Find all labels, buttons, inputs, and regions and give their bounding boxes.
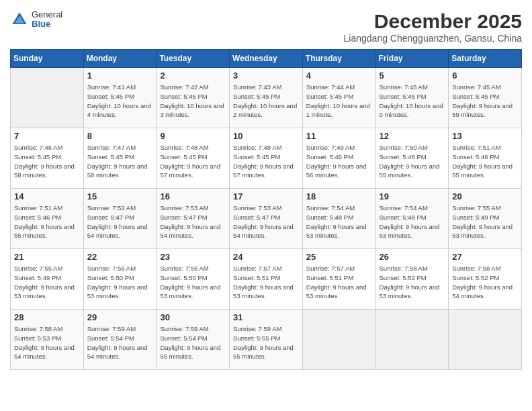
calendar-cell: 26Sunrise: 7:58 AMSunset: 5:52 PMDayligh… bbox=[375, 249, 449, 310]
day-info: Sunrise: 7:54 AMSunset: 5:48 PMDaylight:… bbox=[380, 203, 445, 240]
calendar-cell: 30Sunrise: 7:59 AMSunset: 5:54 PMDayligh… bbox=[157, 310, 230, 370]
day-number: 15 bbox=[87, 191, 153, 201]
day-number: 18 bbox=[306, 191, 372, 201]
day-number: 7 bbox=[14, 131, 80, 141]
calendar-cell: 8Sunrise: 7:47 AMSunset: 5:45 PMDaylight… bbox=[83, 128, 157, 189]
day-info: Sunrise: 7:51 AMSunset: 5:46 PMDaylight:… bbox=[14, 203, 80, 240]
logo-blue-text: Blue bbox=[32, 19, 62, 29]
day-number: 25 bbox=[306, 252, 372, 262]
day-number: 4 bbox=[306, 71, 372, 81]
weekday-header: Wednesday bbox=[230, 50, 303, 68]
calendar-cell: 7Sunrise: 7:46 AMSunset: 5:45 PMDaylight… bbox=[11, 128, 84, 189]
day-number: 24 bbox=[233, 252, 299, 262]
day-info: Sunrise: 7:44 AMSunset: 5:45 PMDaylight:… bbox=[306, 83, 372, 120]
day-info: Sunrise: 7:51 AMSunset: 5:46 PMDaylight:… bbox=[452, 143, 518, 180]
logo-text: General Blue bbox=[32, 10, 62, 30]
day-number: 31 bbox=[233, 312, 299, 322]
calendar-table: SundayMondayTuesdayWednesdayThursdayFrid… bbox=[10, 49, 522, 370]
page-header: General Blue December 2025 Liangdang Che… bbox=[10, 10, 522, 44]
calendar-cell: 5Sunrise: 7:45 AMSunset: 5:45 PMDaylight… bbox=[375, 68, 449, 128]
calendar-cell: 29Sunrise: 7:59 AMSunset: 5:54 PMDayligh… bbox=[83, 310, 157, 370]
day-info: Sunrise: 7:55 AMSunset: 5:49 PMDaylight:… bbox=[452, 203, 518, 240]
calendar-cell: 16Sunrise: 7:53 AMSunset: 5:47 PMDayligh… bbox=[157, 189, 230, 249]
calendar-cell: 11Sunrise: 7:49 AMSunset: 5:46 PMDayligh… bbox=[302, 128, 375, 189]
day-info: Sunrise: 7:58 AMSunset: 5:52 PMDaylight:… bbox=[452, 264, 518, 301]
logo-general-text: General bbox=[32, 10, 62, 19]
day-number: 19 bbox=[380, 191, 445, 201]
day-number: 17 bbox=[233, 191, 299, 201]
day-info: Sunrise: 7:45 AMSunset: 5:45 PMDaylight:… bbox=[380, 83, 445, 120]
day-number: 12 bbox=[380, 131, 445, 141]
calendar-cell: 4Sunrise: 7:44 AMSunset: 5:45 PMDaylight… bbox=[302, 68, 375, 128]
calendar-cell: 25Sunrise: 7:57 AMSunset: 5:51 PMDayligh… bbox=[302, 249, 375, 310]
day-info: Sunrise: 7:58 AMSunset: 5:52 PMDaylight:… bbox=[380, 264, 445, 301]
weekday-header: Sunday bbox=[11, 50, 84, 68]
day-info: Sunrise: 7:57 AMSunset: 5:51 PMDaylight:… bbox=[233, 264, 299, 301]
day-number: 10 bbox=[233, 131, 299, 141]
weekday-header: Saturday bbox=[449, 50, 522, 68]
calendar-cell: 9Sunrise: 7:48 AMSunset: 5:45 PMDaylight… bbox=[157, 128, 230, 189]
day-info: Sunrise: 7:56 AMSunset: 5:50 PMDaylight:… bbox=[160, 264, 226, 301]
day-info: Sunrise: 7:48 AMSunset: 5:45 PMDaylight:… bbox=[160, 143, 226, 180]
day-info: Sunrise: 7:53 AMSunset: 5:47 PMDaylight:… bbox=[160, 203, 226, 240]
day-info: Sunrise: 7:42 AMSunset: 5:45 PMDaylight:… bbox=[160, 83, 226, 120]
calendar-cell: 22Sunrise: 7:56 AMSunset: 5:50 PMDayligh… bbox=[83, 249, 157, 310]
day-info: Sunrise: 7:53 AMSunset: 5:47 PMDaylight:… bbox=[233, 203, 299, 240]
day-info: Sunrise: 7:59 AMSunset: 5:55 PMDaylight:… bbox=[233, 324, 299, 361]
calendar-cell bbox=[302, 310, 375, 370]
calendar-cell: 13Sunrise: 7:51 AMSunset: 5:46 PMDayligh… bbox=[449, 128, 522, 189]
day-info: Sunrise: 7:48 AMSunset: 5:45 PMDaylight:… bbox=[233, 143, 299, 180]
calendar-cell: 10Sunrise: 7:48 AMSunset: 5:45 PMDayligh… bbox=[230, 128, 303, 189]
calendar-cell bbox=[11, 68, 84, 128]
calendar-cell: 19Sunrise: 7:54 AMSunset: 5:48 PMDayligh… bbox=[375, 189, 449, 249]
day-number: 28 bbox=[14, 312, 80, 322]
calendar-header: SundayMondayTuesdayWednesdayThursdayFrid… bbox=[11, 50, 522, 68]
day-number: 2 bbox=[160, 71, 226, 81]
day-number: 6 bbox=[452, 71, 518, 81]
calendar-cell: 28Sunrise: 7:58 AMSunset: 5:53 PMDayligh… bbox=[11, 310, 84, 370]
day-number: 13 bbox=[452, 131, 518, 141]
calendar-cell: 15Sunrise: 7:52 AMSunset: 5:47 PMDayligh… bbox=[83, 189, 157, 249]
calendar-week-row: 7Sunrise: 7:46 AMSunset: 5:45 PMDaylight… bbox=[11, 128, 522, 189]
day-info: Sunrise: 7:59 AMSunset: 5:54 PMDaylight:… bbox=[160, 324, 226, 361]
day-number: 23 bbox=[160, 252, 226, 262]
day-info: Sunrise: 7:57 AMSunset: 5:51 PMDaylight:… bbox=[306, 264, 372, 301]
day-number: 22 bbox=[87, 252, 153, 262]
calendar-cell: 18Sunrise: 7:54 AMSunset: 5:48 PMDayligh… bbox=[302, 189, 375, 249]
title-block: December 2025 Liangdang Chengguanzhen, G… bbox=[344, 10, 522, 44]
day-number: 14 bbox=[14, 191, 80, 201]
day-number: 21 bbox=[14, 252, 80, 262]
calendar-cell: 12Sunrise: 7:50 AMSunset: 5:46 PMDayligh… bbox=[375, 128, 449, 189]
calendar-cell bbox=[449, 310, 522, 370]
location-subtitle: Liangdang Chengguanzhen, Gansu, China bbox=[344, 33, 522, 44]
day-info: Sunrise: 7:46 AMSunset: 5:45 PMDaylight:… bbox=[14, 143, 80, 180]
day-info: Sunrise: 7:50 AMSunset: 5:46 PMDaylight:… bbox=[380, 143, 445, 180]
day-number: 30 bbox=[160, 312, 226, 322]
logo: General Blue bbox=[10, 10, 62, 30]
day-info: Sunrise: 7:54 AMSunset: 5:48 PMDaylight:… bbox=[306, 203, 372, 240]
weekday-header: Friday bbox=[375, 50, 449, 68]
day-number: 29 bbox=[87, 312, 153, 322]
calendar-cell: 2Sunrise: 7:42 AMSunset: 5:45 PMDaylight… bbox=[157, 68, 230, 128]
calendar-cell: 21Sunrise: 7:55 AMSunset: 5:49 PMDayligh… bbox=[11, 249, 84, 310]
day-number: 1 bbox=[87, 71, 153, 81]
day-number: 3 bbox=[233, 71, 299, 81]
day-number: 27 bbox=[452, 252, 518, 262]
day-info: Sunrise: 7:56 AMSunset: 5:50 PMDaylight:… bbox=[87, 264, 153, 301]
calendar-cell: 20Sunrise: 7:55 AMSunset: 5:49 PMDayligh… bbox=[449, 189, 522, 249]
day-info: Sunrise: 7:49 AMSunset: 5:46 PMDaylight:… bbox=[306, 143, 372, 180]
day-info: Sunrise: 7:41 AMSunset: 5:45 PMDaylight:… bbox=[87, 83, 153, 120]
calendar-cell: 31Sunrise: 7:59 AMSunset: 5:55 PMDayligh… bbox=[230, 310, 303, 370]
weekday-header: Monday bbox=[83, 50, 157, 68]
calendar-week-row: 21Sunrise: 7:55 AMSunset: 5:49 PMDayligh… bbox=[11, 249, 522, 310]
day-number: 11 bbox=[306, 131, 372, 141]
calendar-cell: 14Sunrise: 7:51 AMSunset: 5:46 PMDayligh… bbox=[11, 189, 84, 249]
calendar-cell: 6Sunrise: 7:45 AMSunset: 5:45 PMDaylight… bbox=[449, 68, 522, 128]
day-number: 20 bbox=[452, 191, 518, 201]
calendar-cell: 3Sunrise: 7:43 AMSunset: 5:45 PMDaylight… bbox=[230, 68, 303, 128]
day-info: Sunrise: 7:55 AMSunset: 5:49 PMDaylight:… bbox=[14, 264, 80, 301]
calendar-week-row: 1Sunrise: 7:41 AMSunset: 5:45 PMDaylight… bbox=[11, 68, 522, 128]
calendar-cell: 24Sunrise: 7:57 AMSunset: 5:51 PMDayligh… bbox=[230, 249, 303, 310]
weekday-header: Tuesday bbox=[157, 50, 230, 68]
day-number: 16 bbox=[160, 191, 226, 201]
